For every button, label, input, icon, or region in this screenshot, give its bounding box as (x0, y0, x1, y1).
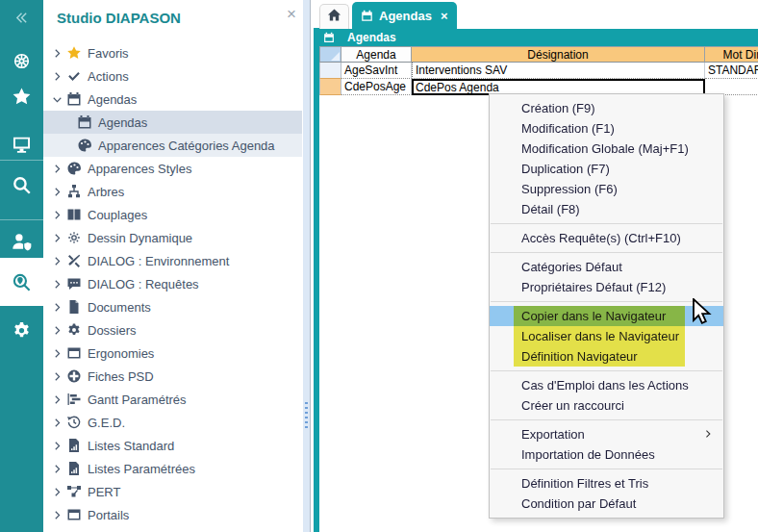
menu-item-condition-par-defaut[interactable]: Condition par Défaut (490, 494, 723, 514)
sidebar-scrollbar[interactable] (303, 0, 310, 532)
menu-item-importation-de-donnees[interactable]: Importation de Données (490, 444, 723, 465)
menu-item-creer-un-raccourci[interactable]: Créer un raccourci (490, 395, 723, 416)
column-header-agenda[interactable]: Agenda (341, 46, 412, 63)
close-icon[interactable]: × (287, 6, 296, 22)
search-icon[interactable] (0, 168, 43, 201)
menu-item-detail-f8[interactable]: Détail (F8) (490, 199, 723, 219)
sidebar-item-label: DIALOG : Requêtes (88, 277, 199, 291)
menu-item-label: Création (F9) (521, 101, 595, 115)
sidebar-item-label: Portails (88, 508, 129, 522)
chevron-right-icon[interactable] (52, 371, 63, 382)
view-titlebar: Agendas (314, 29, 758, 46)
file-chart-icon (66, 461, 82, 476)
sidebar-item-agendas[interactable]: Agendas (43, 88, 302, 111)
sidebar-item-fiches-psd[interactable]: Fiches PSD (43, 365, 302, 388)
menu-item-label: Condition par Défaut (521, 496, 636, 511)
icon-sidebar (0, 0, 43, 532)
menu-item-definition-navigateur[interactable]: Définition Navigateur (490, 346, 723, 367)
menu-item-duplication-f7[interactable]: Duplication (F7) (490, 159, 723, 179)
sidebar-item-label: Dossiers (88, 323, 137, 338)
sidebar-item-actions[interactable]: Actions (43, 64, 302, 88)
sidebar-item-listes-standard[interactable]: Listes Standard (43, 434, 302, 457)
wheel-icon[interactable] (0, 44, 43, 77)
sidebar-item-g-e-d[interactable]: G.E.D. (43, 411, 302, 434)
menu-item-cas-d-emploi-dans-les-actions[interactable]: Cas d'Emploi dans les Actions (490, 375, 723, 395)
sidebar-item-apparences-categories-agenda[interactable]: Apparences Catégories Agenda (43, 134, 302, 157)
gear-icon[interactable] (0, 314, 43, 346)
sidebar-item-agendas[interactable]: Agendas (43, 111, 302, 134)
sidebar-item-gantt-parametres[interactable]: Gantt Paramétrés (43, 388, 302, 411)
cell-agenda-row1[interactable]: AgeSavInt (341, 63, 412, 79)
chevron-right-icon[interactable] (52, 279, 63, 290)
sidebar-item-ergonomies[interactable]: Ergonomies (43, 342, 302, 365)
menu-item-label: Copier dans le Navigateur (521, 309, 666, 323)
menu-item-label: Propriétaires Défaut (F12) (521, 280, 666, 294)
sidebar-item-label: G.E.D. (88, 416, 125, 430)
menu-item-localiser-dans-le-navigateur[interactable]: Localiser dans le Navigateur (490, 326, 723, 346)
context-menu: Création (F9)Modification (F1)Modificati… (489, 93, 724, 519)
gear-icon (66, 322, 82, 338)
chevron-right-icon[interactable] (52, 302, 63, 313)
sidebar-item-dialog-environnement[interactable]: DIALOG : Environnement (43, 249, 302, 272)
row-marker[interactable] (319, 79, 341, 95)
cell-agenda-row2[interactable]: CdePosAge (341, 79, 412, 95)
chevron-right-icon[interactable] (52, 325, 63, 336)
menu-item-acces-requete-s-ctrl-f10[interactable]: Accès Requête(s) (Ctrl+F10) (490, 228, 723, 248)
chevron-right-icon[interactable] (52, 510, 63, 520)
chevron-right-icon[interactable] (52, 164, 63, 174)
column-header-designation[interactable]: Désignation (412, 46, 705, 63)
chevron-right-icon[interactable] (52, 464, 63, 474)
chevron-right-icon[interactable] (52, 487, 63, 497)
sidebar-item-documents[interactable]: Documents (43, 295, 302, 318)
tab-home[interactable] (319, 4, 349, 29)
cell-designation-row1[interactable]: Interventions SAV (412, 63, 705, 79)
star-icon[interactable] (0, 80, 43, 113)
sidebar-item-portails[interactable]: Portails (43, 503, 302, 526)
menu-item-modification-f1[interactable]: Modification (F1) (490, 118, 723, 139)
sidebar-item-dialog-requetes[interactable]: DIALOG : Requêtes (43, 272, 302, 295)
calendar-icon (66, 91, 82, 107)
search-pin-icon[interactable] (0, 258, 43, 306)
chevron-right-icon[interactable] (52, 441, 63, 451)
chevron-right-icon[interactable] (52, 394, 63, 405)
cell-mot-directeur-row1[interactable]: STANDARD (705, 63, 758, 79)
tab-agendas[interactable]: Agendas × (352, 2, 457, 29)
chevron-right-icon[interactable] (52, 348, 63, 359)
chevron-right-icon[interactable] (52, 256, 63, 266)
sidebar-item-apparences-styles[interactable]: Apparences Styles (43, 157, 302, 180)
menu-item-modification-globale-maj-f1[interactable]: Modification Globale (Maj+F1) (490, 139, 723, 159)
sidebar-item-dossiers[interactable]: Dossiers (43, 318, 302, 342)
chevron-right-icon[interactable] (52, 48, 63, 59)
sidebar-item-pert[interactable]: PERT (43, 480, 302, 503)
sidebar-item-favoris[interactable]: Favoris (43, 41, 302, 64)
chevron-down-icon[interactable] (52, 94, 63, 105)
menu-item-copier-dans-le-navigateur[interactable]: Copier dans le Navigateur (490, 306, 723, 326)
menu-item-creation-f9[interactable]: Création (F9) (490, 98, 723, 118)
close-icon[interactable]: × (441, 9, 448, 23)
row-marker[interactable] (319, 63, 341, 79)
chevron-right-icon[interactable] (52, 233, 63, 243)
chevron-right-icon[interactable] (52, 210, 63, 220)
sidebar-item-dessin-dynamique[interactable]: Dessin Dynamique (43, 226, 302, 249)
menu-item-label: Catégories Défaut (521, 260, 622, 274)
splitter-grip[interactable] (305, 402, 308, 431)
iconbar-separator (0, 219, 43, 220)
sidebar-item-arbres[interactable]: Arbres (43, 180, 302, 203)
network-icon (66, 484, 82, 499)
menu-item-definition-filtres-et-tris[interactable]: Définition Filtres et Tris (490, 473, 723, 494)
menu-item-exportation[interactable]: Exportation (490, 424, 723, 444)
sidebar-item-couplages[interactable]: Couplages (43, 203, 302, 226)
monitor-icon[interactable] (0, 128, 43, 161)
chevron-right-icon[interactable] (52, 71, 63, 82)
menu-item-categories-defaut[interactable]: Catégories Défaut (490, 257, 723, 277)
sidebar-item-listes-parametrees[interactable]: Listes Paramétrées (43, 457, 302, 480)
palette-icon (77, 138, 92, 153)
menu-item-suppression-f6[interactable]: Suppression (F6) (490, 179, 723, 199)
table-corner-header[interactable] (319, 46, 341, 63)
user-shield-icon[interactable] (0, 227, 43, 256)
chevron-double-left-icon[interactable] (0, 8, 43, 27)
menu-item-proprietaires-defaut-f12[interactable]: Propriétaires Défaut (F12) (490, 277, 723, 297)
chevron-right-icon[interactable] (52, 187, 63, 197)
column-header-mot-directeur[interactable]: Mot Directeur (705, 46, 758, 63)
chevron-right-icon[interactable] (52, 418, 63, 428)
